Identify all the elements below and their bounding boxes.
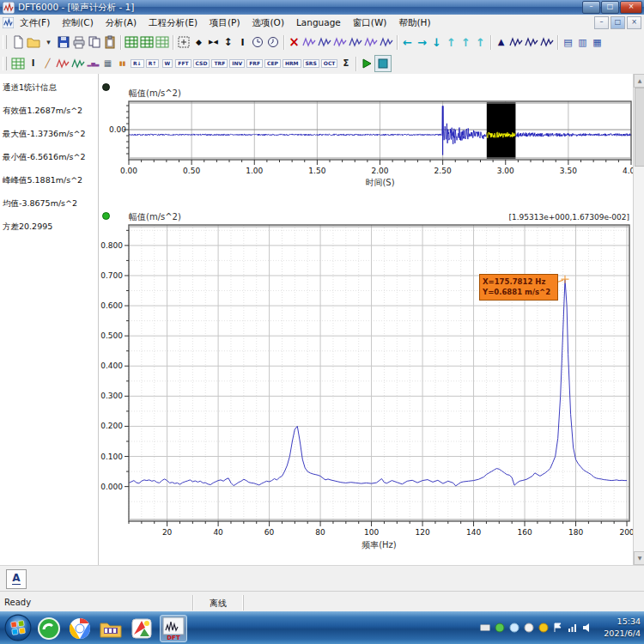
text-label-button[interactable]: A bbox=[6, 569, 27, 589]
menu-item-9[interactable]: 帮助(H) bbox=[392, 15, 436, 31]
delete-trace-icon[interactable]: × bbox=[287, 34, 301, 50]
taskbar-app-dft6000[interactable]: DFT bbox=[160, 615, 187, 642]
paste-icon[interactable] bbox=[102, 34, 118, 50]
pan-left-icon[interactable]: ← bbox=[400, 34, 415, 50]
ra-down-icon[interactable]: R↓ bbox=[130, 56, 145, 71]
spectrum-chart[interactable]: 0.0000.1000.2000.3000.4000.5000.6000.700… bbox=[98, 206, 633, 551]
text-cursor-icon[interactable]: Ι bbox=[26, 56, 40, 71]
new-file-icon[interactable] bbox=[10, 34, 26, 50]
pan-down-icon[interactable]: ↓ bbox=[429, 34, 444, 50]
child-minimize-button[interactable]: – bbox=[594, 16, 609, 29]
taskbar-app-browser-green[interactable] bbox=[36, 616, 62, 641]
page-up-3-icon[interactable]: ↑ bbox=[473, 34, 488, 50]
trace-overlay-1-icon[interactable] bbox=[301, 34, 317, 50]
trace-overlay-3-icon[interactable] bbox=[332, 34, 348, 50]
taskbar-app-media-folder[interactable] bbox=[98, 616, 124, 641]
film-strip-icon[interactable]: ▦ bbox=[100, 56, 115, 71]
menu-item-1[interactable]: 文件(F) bbox=[14, 15, 56, 31]
double-cursor-icon[interactable]: ▶◀ bbox=[206, 34, 221, 50]
free-cursor-icon[interactable] bbox=[176, 34, 191, 50]
open-file-icon[interactable] bbox=[26, 34, 41, 50]
oct-icon[interactable]: OCT bbox=[320, 56, 339, 71]
wave-green-icon[interactable] bbox=[70, 56, 86, 71]
scroll-down-icon[interactable]: ▼ bbox=[634, 551, 644, 565]
status-light-icon[interactable] bbox=[509, 623, 519, 633]
page-up-2-icon[interactable]: ↑ bbox=[459, 34, 473, 50]
overlay-navy-1-icon[interactable] bbox=[508, 34, 524, 50]
report-view-icon[interactable] bbox=[155, 34, 170, 50]
copy-icon[interactable] bbox=[87, 34, 102, 50]
stat-line-5: 峰峰值5.1881m/s^2 bbox=[3, 175, 82, 186]
taskbar-clock[interactable]: 15:34 2021/6/4 bbox=[604, 616, 641, 640]
child-restore-button[interactable]: □ bbox=[611, 16, 625, 29]
autoscale-icon[interactable]: Ι bbox=[235, 34, 250, 50]
single-cursor-icon[interactable]: ◆ bbox=[191, 34, 206, 50]
minimize-button[interactable]: – bbox=[582, 1, 600, 14]
scrollbar-thumb[interactable] bbox=[635, 88, 644, 167]
tile-windows-icon[interactable]: ▤ bbox=[561, 34, 575, 50]
expand-y-icon[interactable]: ↕ bbox=[221, 34, 235, 50]
grid-snap-icon[interactable] bbox=[10, 56, 26, 71]
page-up-1-icon[interactable]: ↑ bbox=[444, 34, 459, 50]
menu-item-3[interactable]: 分析(A) bbox=[100, 15, 143, 31]
window-fn-icon[interactable]: W bbox=[160, 56, 174, 71]
histogram-icon[interactable]: ▂▅▃ bbox=[86, 56, 100, 71]
menu-item-8[interactable]: 窗口(W) bbox=[347, 15, 393, 31]
statistics-panel: 通道1统计信息有效值1.2687m/s^2最大值-1.3736m/s^2最小值-… bbox=[0, 74, 99, 565]
menu-item-6[interactable]: 选项(O) bbox=[246, 15, 290, 31]
trace-overlay-2-icon[interactable] bbox=[317, 34, 332, 50]
save-icon[interactable] bbox=[56, 34, 71, 50]
peak-annotation[interactable]: X=175.7812 Hz Y=0.6881 m/s^2 bbox=[479, 274, 558, 301]
sum-icon[interactable]: Σ bbox=[338, 56, 353, 71]
maximize-button[interactable]: □ bbox=[601, 1, 619, 14]
network-icon[interactable] bbox=[568, 623, 578, 633]
overlay-navy-3-icon[interactable] bbox=[539, 34, 555, 50]
volume-icon[interactable] bbox=[582, 623, 592, 633]
menu-item-5[interactable]: 项目(P) bbox=[204, 15, 246, 31]
cep-icon[interactable]: CEP bbox=[264, 56, 282, 71]
hrm-icon[interactable]: HRM bbox=[282, 56, 302, 71]
menu-item-4[interactable]: 工程分析(E) bbox=[143, 15, 204, 31]
input-indicator-icon[interactable] bbox=[480, 623, 490, 633]
srs-icon[interactable]: SRS bbox=[302, 56, 320, 71]
pencil-icon[interactable]: ╱ bbox=[40, 56, 55, 71]
trace-overlay-4-icon[interactable] bbox=[348, 34, 363, 50]
menu-item-2[interactable]: 控制(C) bbox=[56, 15, 100, 31]
marker-arrow-icon[interactable]: ▲ bbox=[494, 34, 508, 50]
taskbar-app-browser-circle[interactable] bbox=[67, 616, 93, 641]
inv-icon[interactable]: INV bbox=[228, 56, 246, 71]
time-waveform-chart[interactable]: 0.00幅值(m/s^2)0.000.501.001.502.002.503.0… bbox=[98, 76, 633, 189]
trf-icon[interactable]: TRF bbox=[210, 56, 228, 71]
fft-icon[interactable]: FFT bbox=[174, 56, 191, 71]
cascade-windows-icon[interactable]: ▥ bbox=[575, 34, 590, 50]
start-button[interactable] bbox=[3, 613, 33, 642]
dual-graph-layout-icon[interactable] bbox=[139, 34, 155, 50]
taskbar-app-color-app[interactable] bbox=[129, 616, 155, 641]
open-dropdown-icon[interactable]: ▾ bbox=[41, 34, 56, 50]
security-green-icon[interactable] bbox=[495, 623, 505, 633]
zoom-out-icon[interactable] bbox=[265, 34, 281, 50]
menu-item-7[interactable]: Language bbox=[290, 15, 347, 31]
close-button[interactable]: × bbox=[620, 1, 642, 14]
child-close-button[interactable]: × bbox=[627, 16, 641, 29]
trace-overlay-6-icon[interactable] bbox=[379, 34, 394, 50]
status-yellow-icon[interactable] bbox=[538, 623, 549, 633]
trace-overlay-5-icon[interactable] bbox=[363, 34, 379, 50]
arrange-windows-icon[interactable]: ▦ bbox=[590, 34, 605, 50]
print-icon[interactable] bbox=[71, 34, 87, 50]
overlay-navy-2-icon[interactable] bbox=[524, 34, 539, 50]
single-graph-layout-icon[interactable] bbox=[124, 34, 139, 50]
zoom-in-icon[interactable] bbox=[250, 34, 265, 50]
frf-icon[interactable]: FRF bbox=[246, 56, 264, 71]
run-icon[interactable] bbox=[359, 56, 374, 71]
pan-right-icon[interactable]: → bbox=[415, 34, 429, 50]
color-bars-icon[interactable]: ▮▮ bbox=[115, 56, 130, 71]
status-white-1-icon[interactable] bbox=[524, 623, 534, 633]
stop-icon[interactable] bbox=[374, 55, 392, 72]
csd-icon[interactable]: CSD bbox=[192, 56, 211, 71]
wave-red-icon[interactable] bbox=[55, 56, 70, 71]
scroll-up-icon[interactable]: ▲ bbox=[634, 74, 644, 88]
flag-icon[interactable] bbox=[553, 623, 563, 633]
vertical-scrollbar[interactable]: ▲ ▼ bbox=[633, 74, 644, 565]
ra-up-icon[interactable]: R↑ bbox=[145, 56, 161, 71]
